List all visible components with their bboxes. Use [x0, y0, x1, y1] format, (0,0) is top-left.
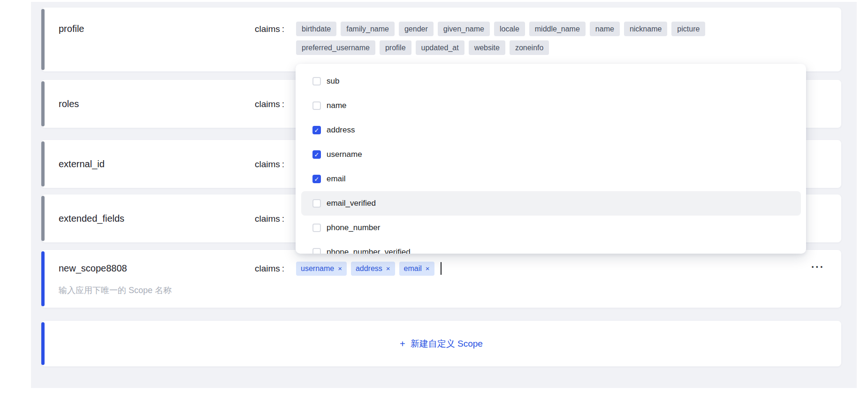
- claim-tag: nickname: [624, 22, 667, 36]
- checkbox-icon[interactable]: [312, 101, 321, 110]
- claims-label: claims:: [255, 211, 296, 226]
- profile-claims-row-1: preferred_username profile updated_at we…: [296, 40, 705, 55]
- scope-card-profile: profile claims: birthdate family_name ge…: [41, 8, 841, 71]
- checkbox-icon[interactable]: ✓: [312, 150, 321, 159]
- claim-tag: given_name: [438, 22, 490, 36]
- dropdown-option[interactable]: name: [301, 93, 801, 118]
- selected-claim-tag: email ×: [399, 262, 434, 276]
- dropdown-option[interactable]: sub: [301, 69, 801, 93]
- claims-input[interactable]: username × address × email ×: [296, 262, 434, 276]
- checkbox-icon[interactable]: ✓: [312, 126, 321, 134]
- claims-label: claims:: [255, 261, 296, 276]
- claim-tag: picture: [671, 22, 705, 36]
- scope-accent-bar: [41, 9, 45, 70]
- more-icon[interactable]: ···: [811, 262, 824, 272]
- scope-name: extended_fields: [59, 211, 255, 226]
- selected-claim-label: username: [301, 262, 334, 276]
- dropdown-option-label: email: [327, 174, 346, 184]
- scope-accent-bar: [41, 81, 45, 126]
- remove-claim-icon[interactable]: ×: [338, 262, 342, 276]
- claims-label: claims:: [255, 157, 296, 171]
- scope-name-input-value[interactable]: new_scope8808: [59, 261, 255, 276]
- selected-claim-tag: username ×: [296, 262, 347, 276]
- checkbox-icon[interactable]: ✓: [312, 175, 321, 183]
- add-scope-card: + 新建自定义 Scope: [41, 321, 841, 366]
- dropdown-option[interactable]: ✓ address: [301, 118, 801, 142]
- selected-claim-label: address: [356, 262, 382, 276]
- claim-tag: preferred_username: [296, 40, 375, 55]
- selected-claim-label: email: [404, 262, 422, 276]
- scope-name: roles: [59, 97, 255, 111]
- profile-claims-tags: birthdate family_name gender given_name …: [296, 22, 705, 55]
- checkbox-icon[interactable]: [312, 224, 321, 232]
- claim-tag: name: [590, 22, 620, 36]
- claim-tag: middle_name: [529, 22, 586, 36]
- claim-tag: family_name: [341, 22, 395, 36]
- remove-claim-icon[interactable]: ×: [386, 262, 390, 276]
- dropdown-option-label: name: [327, 101, 347, 110]
- dropdown-option-label: phone_number: [327, 223, 380, 232]
- dropdown-option-label: address: [327, 125, 355, 135]
- scope-name-helper: 输入应用下唯一的 Scope 名称: [59, 285, 172, 296]
- dropdown-option-label: phone_number_verified: [327, 248, 411, 254]
- claims-label: claims:: [255, 22, 296, 36]
- dropdown-option[interactable]: phone_number_verified: [301, 240, 801, 254]
- checkbox-icon[interactable]: [312, 199, 321, 208]
- selected-claim-tag: address ×: [351, 262, 395, 276]
- scope-name: profile: [59, 22, 255, 36]
- claim-tag: birthdate: [296, 22, 336, 36]
- profile-claims-row-0: birthdate family_name gender given_name …: [296, 22, 705, 36]
- add-scope-accent-bar: [41, 322, 45, 365]
- claim-tag: zoneinfo: [510, 40, 549, 55]
- dropdown-option[interactable]: ✓ email: [301, 167, 801, 191]
- text-cursor: [441, 262, 442, 275]
- scope-name: external_id: [59, 157, 255, 171]
- claim-tag: website: [469, 40, 505, 55]
- claims-dropdown: sub name ✓ address ✓ username ✓ email em…: [296, 64, 806, 254]
- add-scope-button-label: 新建自定义 Scope: [411, 338, 483, 350]
- dropdown-option[interactable]: email_verified: [301, 191, 801, 216]
- dropdown-option-label: username: [327, 150, 362, 159]
- dropdown-option[interactable]: phone_number: [301, 216, 801, 240]
- scope-accent-bar: [41, 141, 45, 186]
- add-scope-button[interactable]: + 新建自定义 Scope: [400, 338, 483, 350]
- claim-tag: updated_at: [416, 40, 464, 55]
- claim-tag: gender: [399, 22, 434, 36]
- checkbox-icon[interactable]: [312, 77, 321, 85]
- scope-card-new-scope: new_scope8808 claims: username × address…: [41, 250, 841, 308]
- dropdown-option-label: sub: [327, 77, 339, 86]
- plus-icon: +: [400, 339, 405, 349]
- dropdown-option-label: email_verified: [327, 199, 376, 208]
- claims-label: claims:: [255, 97, 296, 111]
- scope-accent-bar: [41, 196, 45, 241]
- checkbox-icon[interactable]: [312, 248, 321, 254]
- remove-claim-icon[interactable]: ×: [426, 262, 430, 276]
- claim-tag: profile: [380, 40, 411, 55]
- claim-tag: locale: [494, 22, 525, 36]
- dropdown-option[interactable]: ✓ username: [301, 142, 801, 167]
- scope-accent-bar-active: [41, 251, 45, 306]
